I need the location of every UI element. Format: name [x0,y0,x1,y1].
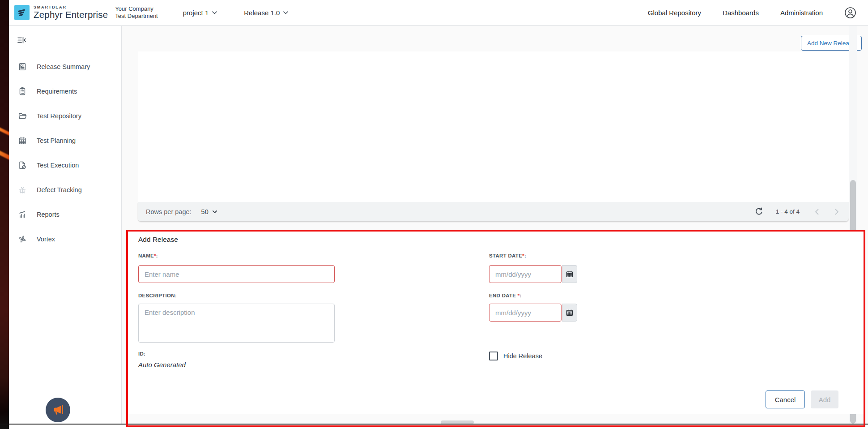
end-date-calendar-button[interactable] [562,304,577,322]
sidebar-item-label: Test Execution [37,162,79,169]
project-selector-value: project 1 [183,9,209,17]
org-unit: Test Department [115,13,157,20]
refresh-button[interactable] [755,207,763,216]
hide-release-label: Hide Release [503,352,542,360]
sidebar-item-test-repository[interactable]: Test Repository [9,103,121,128]
grid-footer: Rows per page: 50 1 - 4 of 4 [138,202,849,221]
test-execution-icon [18,161,27,170]
cancel-button[interactable]: Cancel [766,390,805,408]
org-name: Your Company [115,5,157,13]
defect-tracking-icon [18,185,27,194]
test-repository-icon [18,112,27,120]
sidebar-item-reports[interactable]: Reports [9,202,121,227]
sidebar-item-test-planning[interactable]: Test Planning [9,128,121,153]
hide-release-toggle[interactable]: Hide Release [489,352,542,360]
sidebar-collapse-button[interactable] [9,26,121,54]
description-input[interactable] [138,304,335,343]
release-selector[interactable]: Release 1.0 [244,9,288,17]
project-selector[interactable]: project 1 [183,9,217,17]
announcements-button[interactable] [46,398,70,422]
vortex-icon [18,235,27,244]
collapse-sidebar-icon [17,36,26,44]
sidebar-item-defect-tracking[interactable]: Defect Tracking [9,177,121,202]
background-light-streak [0,148,9,163]
zephyr-logo-icon [14,5,30,20]
name-input[interactable] [138,265,335,283]
user-avatar-icon [844,7,856,19]
description-label: DESCRIPTION: [138,293,177,298]
brand-product: Zephyr Enterprise [34,10,108,20]
form-title: Add Release [138,236,178,244]
background-light-streak [0,125,9,140]
requirements-icon [18,87,27,96]
name-label: NAME*: [138,253,158,258]
sidebar-item-test-execution[interactable]: Test Execution [9,153,121,177]
refresh-icon [755,207,763,216]
start-date-input[interactable] [489,265,562,283]
sidebar-item-label: Vortex [37,236,55,243]
calendar-icon [566,309,573,316]
sidebar-item-label: Test Repository [37,112,81,120]
nav-global-repository[interactable]: Global Repository [648,9,701,17]
add-release-form: Add Release NAME*: DESCRIPTION: ID: Auto… [128,232,864,414]
nav-administration[interactable]: Administration [780,9,823,17]
id-value: Auto Generated [138,361,186,369]
sidebar-item-release-summary[interactable]: Release Summary [9,54,121,79]
chevron-left-icon [815,209,819,215]
start-date-calendar-button[interactable] [562,265,577,283]
brand-logo[interactable]: SMARTBEAR Zephyr Enterprise [14,5,108,20]
add-button[interactable]: Add [811,390,838,408]
app-header: SMARTBEAR Zephyr Enterprise Your Company… [9,0,868,26]
rows-per-page-value: 50 [201,208,208,215]
chevron-right-icon [835,209,839,215]
id-label: ID: [138,351,145,356]
sidebar-item-label: Defect Tracking [37,186,82,193]
desktop-background-strip [0,0,9,429]
sidebar-item-label: Requirements [37,88,77,95]
calendar-icon [566,270,573,278]
chevron-down-icon [212,11,217,14]
user-account-button[interactable] [844,7,856,19]
sidebar-item-label: Release Summary [37,63,90,70]
release-summary-icon [18,62,27,71]
brand-smartbear: SMARTBEAR [34,5,108,9]
pagination-next-button[interactable] [833,207,841,217]
release-selector-value: Release 1.0 [244,9,280,17]
megaphone-icon [51,403,65,417]
viewport-bottom-divider [0,424,868,425]
pagination-range: 1 - 4 of 4 [776,208,800,215]
sidebar-item-label: Reports [37,211,60,218]
sidebar-item-label: Test Planning [37,137,76,144]
sidebar-item-vortex[interactable]: Vortex [9,227,121,251]
org-info: Your Company Test Department [115,5,157,20]
nav-dashboards[interactable]: Dashboards [723,9,759,17]
sidebar-item-requirements[interactable]: Requirements [9,79,121,103]
releases-grid [138,51,849,202]
pagination-prev-button[interactable] [813,207,821,217]
test-planning-icon [18,136,27,145]
start-date-label: START DATE*: [489,253,526,258]
rows-per-page-select[interactable]: 50 [201,208,217,215]
chevron-down-icon [213,210,217,213]
end-date-label: END DATE *: [489,293,522,298]
end-date-input[interactable] [489,304,562,322]
rows-per-page-label: Rows per page: [146,208,191,215]
reports-icon [18,210,27,219]
hide-release-checkbox[interactable] [489,352,498,360]
chevron-down-icon [283,11,288,14]
sidebar: Release Summary Requirements Test Reposi… [9,26,122,425]
